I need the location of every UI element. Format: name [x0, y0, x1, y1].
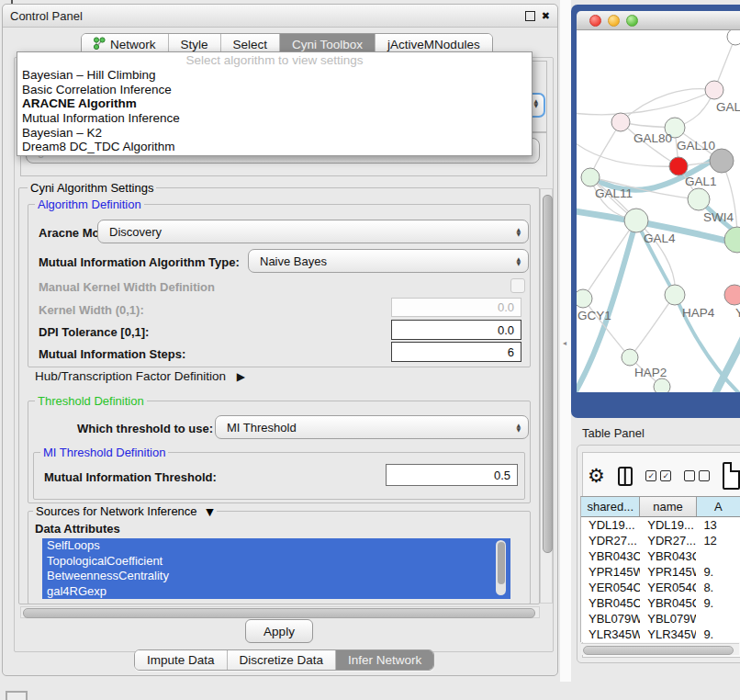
node-hap4[interactable] — [665, 285, 685, 305]
mi-algorithm-type-label: Mutual Information Algorithm Type: — [39, 255, 240, 269]
select-columns-checked-icon[interactable]: ✓✓ — [645, 470, 671, 481]
network-edge[interactable] — [583, 299, 630, 357]
table-row[interactable]: YBR043CYBR043C — [581, 548, 740, 564]
node-label-gal10: GAL10 — [677, 139, 715, 152]
sources-title[interactable]: Sources for Network Inference ▼ — [33, 504, 217, 518]
columns-icon[interactable] — [618, 467, 633, 486]
network-canvas[interactable]: GAL8GAL80GAL10GAL1GAL11SWI4GAL4GCY1HAP4Y… — [577, 30, 740, 392]
mi-steps-value: 6 — [508, 345, 514, 359]
column-header-shared[interactable]: shared... — [581, 497, 640, 516]
algorithm-option-mutual-information-inference[interactable]: Mutual Information Inference — [17, 111, 532, 126]
close-traffic-light-icon[interactable] — [589, 15, 601, 27]
attribute-betweennesscentrality[interactable]: BetweennessCentrality — [42, 569, 510, 584]
algorithm-definition-title: Algorithm Definition — [35, 198, 144, 211]
network-edge[interactable] — [712, 333, 740, 392]
gear-icon[interactable]: ⚙ — [588, 467, 605, 486]
node-label-swi4: SWI4 — [703, 210, 734, 224]
subtab-infer-network[interactable]: Infer Network — [336, 650, 433, 670]
collapsed-arrow-icon[interactable]: ▶ — [237, 370, 245, 383]
node-top-partial[interactable] — [727, 30, 740, 45]
table-row[interactable]: YBL079WYBL079W — [581, 611, 740, 627]
dpi-tolerance-field[interactable]: 0.0 — [391, 320, 521, 340]
node-bottom-partial[interactable] — [654, 378, 670, 392]
column-header-a[interactable]: A — [697, 497, 740, 516]
node-gal8[interactable] — [705, 81, 723, 99]
mi-threshold-definition-title: MI Threshold Definition — [40, 446, 168, 459]
node-gcy1[interactable] — [577, 289, 592, 308]
settings-vertical-scrollbar[interactable] — [540, 188, 553, 604]
node-gal80[interactable] — [611, 113, 630, 131]
settings-horizontal-scrollbar-thumb[interactable] — [23, 608, 535, 618]
table-cell: YER054C — [581, 580, 640, 595]
settings-horizontal-scrollbar[interactable] — [20, 606, 540, 618]
algorithm-option-bayesian-k2[interactable]: Bayesian – K2 — [17, 126, 532, 141]
node-label-gal1: GAL1 — [685, 175, 717, 188]
node-label-gal80: GAL80 — [633, 131, 672, 145]
table-row[interactable]: YDR27...YDR27...12 — [581, 533, 740, 548]
node-hap2[interactable] — [622, 349, 638, 366]
table-cell: YBL079W — [640, 611, 696, 627]
network-edge[interactable] — [630, 295, 675, 357]
node-gal4[interactable] — [624, 209, 648, 232]
threshold-definition-title: Threshold Definition — [35, 394, 147, 408]
algorithm-option-bayesian-hill-climbing[interactable]: Bayesian – Hill Climbing — [17, 68, 532, 83]
which-threshold-label: Which threshold to use: — [77, 422, 213, 435]
subtab-impute-data[interactable]: Impute Data — [135, 650, 228, 670]
hub-section-label[interactable]: Hub/Transcription Factor Definition ▶ — [35, 369, 245, 383]
node-swi4[interactable] — [688, 188, 710, 210]
table-cell: YBL079W — [581, 611, 640, 627]
column-header-name[interactable]: name — [640, 497, 696, 516]
combo-arrows-icon: ▲▼ — [516, 228, 521, 236]
attributes-scrollbar-thumb[interactable] — [498, 542, 505, 584]
document-icon[interactable] — [723, 462, 740, 490]
table-cell: YBR043C — [581, 548, 640, 564]
node-gal1[interactable] — [669, 157, 688, 175]
algorithm-option-dream8-dc-tdc-algorithm[interactable]: Dream8 DC_TDC Algorithm — [17, 140, 532, 154]
subtab-discretize-data[interactable]: Discretize Data — [228, 650, 337, 670]
zoom-traffic-light-icon[interactable] — [626, 15, 638, 27]
splitter-grip-icon[interactable]: ◂ — [563, 339, 569, 348]
algorithm-option-aracne-algorithm[interactable]: ARACNE Algorithm — [17, 96, 532, 111]
subtab-infer-network-label: Infer Network — [348, 653, 421, 667]
table-row[interactable]: YDL19...YDL19...13 — [581, 517, 740, 533]
node-big-green[interactable] — [724, 227, 740, 253]
attribute-selfloops[interactable]: SelfLoops — [42, 538, 510, 554]
mi-threshold-field[interactable]: 0.5 — [386, 464, 518, 486]
bottom-left-partial-icon[interactable] — [6, 691, 28, 700]
node-salmon[interactable] — [724, 285, 740, 305]
select-columns-unchecked-icon[interactable] — [684, 470, 710, 481]
float-window-icon[interactable] — [525, 11, 535, 21]
mi-algorithm-type-combobox[interactable]: Naive Bayes ▲▼ — [248, 249, 529, 273]
kernel-width-field[interactable]: 0.0 — [391, 298, 521, 317]
settings-vertical-scrollbar-thumb[interactable] — [543, 195, 553, 553]
aracne-mode-combobox[interactable]: Discovery ▲▼ — [97, 220, 529, 243]
tab-jactivemnodules-label: jActiveMNodules — [387, 38, 480, 51]
table-horizontal-scrollbar[interactable] — [581, 643, 739, 655]
algorithm-option-basic-correlation-inference[interactable]: Basic Correlation Inference — [17, 83, 532, 97]
table-row[interactable]: YPR145WYPR145W9. — [581, 564, 740, 580]
which-threshold-combobox[interactable]: MI Threshold ▲▼ — [215, 415, 529, 439]
network-window-titlebar[interactable] — [577, 11, 740, 30]
attribute-gal4rgexp[interactable]: gal4RGexp — [42, 584, 510, 600]
table-cell — [696, 611, 740, 627]
tab-cyni-toolbox-label: Cyni Toolbox — [292, 38, 363, 51]
data-attributes-list[interactable]: SelfLoopsTopologicalCoefficientBetweenne… — [42, 538, 510, 599]
table-row[interactable]: YER054CYER054C8. — [581, 580, 740, 595]
network-edge[interactable] — [621, 89, 714, 122]
table-horizontal-scrollbar-thumb[interactable] — [583, 646, 734, 655]
expanded-arrow-icon[interactable]: ▼ — [206, 506, 213, 518]
close-icon[interactable]: ✖ — [542, 11, 550, 21]
node-table[interactable]: shared...nameA YDL19...YDL19...13YDR27..… — [580, 496, 740, 642]
mi-steps-field[interactable]: 6 — [391, 342, 521, 362]
network-edge[interactable] — [577, 90, 714, 115]
manual-kernel-width-checkbox[interactable] — [510, 278, 525, 293]
apply-button-label: Apply — [263, 625, 295, 638]
apply-button[interactable]: Apply — [245, 619, 313, 643]
table-row[interactable]: YLR345WYLR345W9. — [581, 627, 740, 642]
network-edge[interactable] — [583, 220, 636, 299]
minimize-traffic-light-icon[interactable] — [608, 15, 620, 27]
table-row[interactable]: YBR045CYBR045C9. — [581, 595, 740, 611]
attribute-topologicalcoefficient[interactable]: TopologicalCoefficient — [42, 554, 510, 570]
attributes-scrollbar[interactable] — [496, 540, 506, 595]
node-gal11[interactable] — [581, 168, 600, 186]
